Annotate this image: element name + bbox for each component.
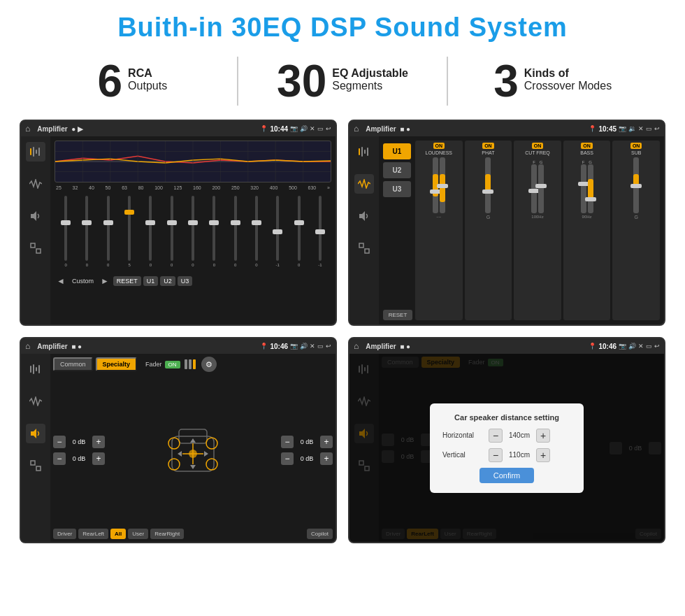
back-icon-3[interactable]: ↩ (326, 343, 331, 350)
vol-val-rl: 0 dB (68, 455, 90, 462)
freq-250: 250 (231, 185, 240, 190)
slider-8[interactable]: 0 (226, 196, 245, 267)
svg-rect-0 (30, 148, 31, 155)
svg-rect-19 (359, 148, 360, 155)
amp-expand-icon[interactable] (354, 238, 374, 258)
amp-wave-icon[interactable] (354, 174, 374, 194)
sidebar-speaker-icon[interactable] (26, 206, 45, 226)
slider-5[interactable]: 0 (162, 196, 182, 267)
all-btn[interactable]: All (110, 529, 126, 539)
svg-rect-5 (31, 243, 35, 248)
app-name-3: Amplifier ■ ● (37, 343, 257, 350)
svg-point-38 (206, 459, 217, 470)
driver-btn[interactable]: Driver (53, 529, 76, 539)
status-bar-3: ⌂ Amplifier ■ ● 📍 10:46 📷 🔊 ✕ ▭ ↩ (21, 338, 336, 354)
minimize-icon-1[interactable]: ▭ (317, 125, 324, 132)
vertical-minus-btn[interactable]: − (489, 448, 503, 462)
eq-next-btn[interactable]: ► (99, 276, 111, 286)
close-icon-2[interactable]: ✕ (638, 125, 644, 132)
eq-prev-btn[interactable]: ◄ (55, 276, 67, 286)
svg-rect-31 (31, 461, 35, 465)
slider-10[interactable]: -1 (268, 196, 287, 267)
fader-eq-icon[interactable] (26, 359, 45, 379)
vol-plus-rr[interactable]: + (320, 452, 333, 465)
slider-9[interactable]: 0 (247, 196, 266, 267)
svg-rect-20 (361, 147, 363, 157)
freq-100: 100 (154, 185, 163, 190)
copilot-btn[interactable]: Copilot (307, 529, 333, 539)
confirm-button[interactable]: Confirm (480, 468, 535, 483)
sidebar-wave-icon[interactable] (26, 174, 45, 194)
close-icon-3[interactable]: ✕ (310, 343, 315, 350)
close-icon-4[interactable]: ✕ (638, 343, 644, 350)
minimize-icon-2[interactable]: ▭ (646, 125, 652, 132)
eq-u2-btn[interactable]: U2 (160, 276, 175, 286)
horizontal-plus-btn[interactable]: + (536, 429, 550, 443)
freq-80: 80 (138, 185, 144, 190)
home-icon-2[interactable]: ⌂ (354, 124, 359, 134)
vol-minus-fr[interactable]: − (281, 436, 294, 448)
eq-reset-btn[interactable]: RESET (113, 276, 141, 286)
back-icon-4[interactable]: ↩ (654, 343, 660, 350)
vertical-plus-btn[interactable]: + (536, 448, 550, 462)
freq-160: 160 (193, 185, 201, 190)
specialty-tab[interactable]: Specialty (96, 357, 138, 371)
svg-marker-44 (178, 451, 182, 457)
slider-0[interactable]: 0 (56, 196, 75, 267)
back-icon-1[interactable]: ↩ (326, 125, 331, 132)
rearleft-btn[interactable]: RearLeft (78, 529, 108, 539)
eq-u3-btn[interactable]: U3 (178, 276, 193, 286)
vol-plus-fl[interactable]: + (92, 436, 105, 448)
vol-plus-rl[interactable]: + (92, 452, 105, 465)
stat-eq-line1: EQ Adjustable (332, 67, 408, 80)
slider-3[interactable]: 5 (120, 196, 139, 267)
amp-u3-btn[interactable]: U3 (383, 181, 411, 197)
minimize-icon-4[interactable]: ▭ (646, 343, 652, 350)
freq-40: 40 (89, 185, 94, 190)
amp-u2-btn[interactable]: U2 (383, 162, 411, 178)
dialog-overlay: Car speaker distance setting Horizontal … (349, 354, 664, 542)
slider-11[interactable]: 0 (289, 196, 308, 267)
vol-minus-fl[interactable]: − (53, 436, 66, 448)
slider-7[interactable]: 0 (204, 196, 224, 267)
slider-12[interactable]: -1 (310, 196, 330, 267)
stat-crossover-line1: Kinds of (524, 67, 612, 80)
settings-icon[interactable]: ⚙ (201, 357, 217, 372)
vol-plus-fr[interactable]: + (320, 436, 333, 448)
band-phat: ON PHAT G (465, 141, 512, 320)
stat-rca-line1: RCA (128, 67, 167, 80)
eq-preset-name: Custom (69, 278, 96, 285)
slider-4[interactable]: 0 (140, 196, 160, 267)
eq-u1-btn[interactable]: U1 (143, 276, 159, 286)
freq-400: 400 (270, 185, 278, 190)
minimize-icon-3[interactable]: ▭ (317, 343, 324, 350)
slider-1[interactable]: 0 (77, 196, 96, 267)
user-btn[interactable]: User (128, 529, 148, 539)
home-icon-1[interactable]: ⌂ (25, 124, 30, 134)
slider-2[interactable]: 0 (99, 196, 118, 267)
amp-u1-btn[interactable]: U1 (383, 143, 411, 159)
sidebar-expand-icon[interactable] (26, 238, 45, 258)
amp-reset-btn[interactable]: RESET (383, 310, 412, 320)
common-tab[interactable]: Common (53, 357, 93, 371)
rearright-btn[interactable]: RearRight (150, 529, 184, 539)
close-icon-1[interactable]: ✕ (310, 125, 315, 132)
slider-6[interactable]: 0 (183, 196, 203, 267)
screen-1: ⌂ Amplifier ● ▶ 📍 10:44 📷 🔊 ✕ ▭ ↩ (20, 120, 337, 326)
sidebar-eq-icon[interactable] (26, 142, 45, 162)
home-icon-3[interactable]: ⌂ (25, 341, 30, 351)
app-name-2: Amplifier ■ ● (366, 125, 586, 133)
fader-wave-icon[interactable] (26, 392, 45, 411)
horizontal-minus-btn[interactable]: − (489, 429, 503, 443)
eq-bottom-controls: ◄ Custom ► RESET U1 U2 U3 (55, 273, 331, 289)
vol-minus-rr[interactable]: − (281, 452, 294, 465)
fader-speaker-icon[interactable] (26, 424, 45, 443)
fader-expand-icon[interactable] (26, 456, 45, 475)
status-bar-4: ⌂ Amplifier ■ ● 📍 10:46 📷 🔊 ✕ ▭ ↩ (349, 338, 664, 354)
amp-eq-icon[interactable] (354, 142, 374, 162)
freq-63: 63 (122, 185, 127, 190)
back-icon-2[interactable]: ↩ (654, 125, 660, 132)
vol-minus-rl[interactable]: − (53, 452, 66, 465)
home-icon-4[interactable]: ⌂ (354, 341, 359, 351)
amp-speaker-icon[interactable] (354, 206, 374, 226)
